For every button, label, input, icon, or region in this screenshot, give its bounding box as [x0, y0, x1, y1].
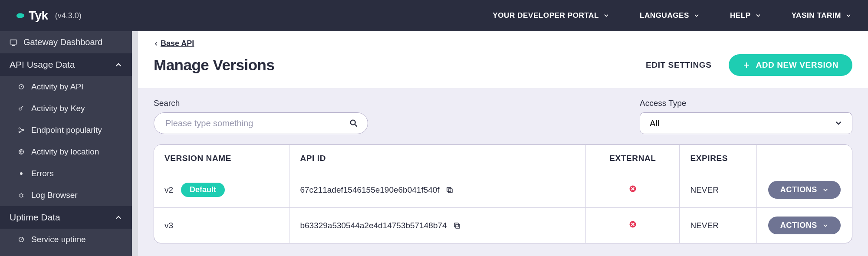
scroll-gutter[interactable] [132, 31, 138, 256]
sidebar-item-service-uptime[interactable]: Service uptime [0, 229, 132, 250]
add-new-version-label: ADD NEW VERSION [756, 60, 838, 70]
chevron-up-icon [115, 61, 122, 69]
search-label: Search [154, 98, 368, 108]
brand: Tyk (v4.3.0) [16, 9, 82, 23]
expires-value: NEVER [680, 172, 756, 208]
topnav-label: YASIN TARIM [792, 11, 841, 20]
svg-point-8 [20, 194, 23, 197]
sidebar-item-endpoint-popularity[interactable]: Endpoint popularity [0, 119, 132, 141]
sidebar-item-label: Service uptime [31, 235, 86, 244]
row-actions-label: ACTIONS [780, 185, 817, 194]
sidebar-item-label: Endpoint popularity [31, 125, 102, 135]
svg-point-3 [19, 128, 20, 129]
svg-point-7 [20, 172, 23, 175]
dot-icon [17, 170, 25, 177]
sidebar: Gateway Dashboard API Usage Data Activit… [0, 31, 132, 256]
sidebar-item-activity-api[interactable]: Activity by API [0, 76, 132, 98]
gauge-icon [17, 236, 25, 243]
sidebar-item-errors[interactable]: Errors [0, 163, 132, 184]
svg-point-5 [22, 129, 23, 131]
sidebar-item-log-browser[interactable]: Log Browser [0, 184, 132, 206]
topnav: YOUR DEVELOPER PORTAL LANGUAGES HELP YAS… [493, 11, 852, 20]
sidebar-item-label: Activity by location [31, 147, 99, 157]
page-actions: EDIT SETTINGS ADD NEW VERSION [646, 54, 852, 76]
topnav-user[interactable]: YASIN TARIM [792, 11, 852, 20]
chevron-down-icon [845, 13, 852, 19]
plus-icon [743, 61, 750, 69]
chevron-down-icon [822, 187, 829, 193]
page-title: Manage Versions [154, 56, 274, 74]
api-id-value: b63329a530544a2e4d14753b57148b74 [300, 221, 447, 230]
topnav-help[interactable]: HELP [730, 11, 761, 20]
globe-icon [17, 148, 25, 156]
svg-rect-12 [447, 187, 451, 191]
row-actions-label: ACTIONS [780, 221, 817, 230]
body-row: Gateway Dashboard API Usage Data Activit… [0, 31, 868, 256]
svg-rect-0 [10, 40, 17, 44]
sidebar-item-label: Activity by Key [31, 104, 85, 113]
table-row: v2 Default 67c211adef1546155e190e6b041f5… [154, 172, 852, 208]
brand-version: (v4.3.0) [55, 11, 82, 20]
tyk-logo-icon [16, 12, 24, 20]
search-input[interactable] [154, 112, 368, 134]
svg-rect-15 [454, 223, 458, 227]
sidebar-item-gateway-dashboard[interactable]: Gateway Dashboard [0, 31, 132, 53]
page-header-row: Manage Versions EDIT SETTINGS ADD NEW VE… [154, 54, 852, 76]
topnav-label: YOUR DEVELOPER PORTAL [493, 11, 599, 20]
breadcrumb-back[interactable]: Base API [154, 39, 194, 48]
access-type-select[interactable]: All [640, 112, 852, 134]
default-badge: Default [181, 183, 225, 197]
sidebar-item-activity-location[interactable]: Activity by location [0, 141, 132, 163]
table-header-row: VERSION NAME API ID EXTERNAL EXPIRES [154, 145, 852, 172]
th-version: VERSION NAME [154, 145, 289, 172]
expires-value: NEVER [680, 208, 756, 243]
chevron-down-icon [822, 223, 829, 229]
row-actions-button[interactable]: ACTIONS [768, 181, 841, 199]
external-false-icon [628, 220, 637, 229]
topbar: Tyk (v4.3.0) YOUR DEVELOPER PORTAL LANGU… [0, 0, 868, 31]
row-actions-button[interactable]: ACTIONS [768, 217, 841, 234]
sidebar-section-api-usage[interactable]: API Usage Data [0, 53, 132, 76]
monitor-icon [10, 39, 17, 46]
filter-access-type: Access Type All [640, 98, 852, 134]
version-name: v2 [164, 185, 173, 195]
chevron-down-icon [603, 13, 609, 19]
th-api-id: API ID [289, 145, 586, 172]
th-external: EXTERNAL [586, 145, 680, 172]
topnav-developer-portal[interactable]: YOUR DEVELOPER PORTAL [493, 11, 609, 20]
versions-table: VERSION NAME API ID EXTERNAL EXPIRES v2 … [154, 144, 852, 243]
copy-icon[interactable] [453, 222, 461, 230]
version-name: v3 [164, 221, 173, 230]
add-new-version-button[interactable]: ADD NEW VERSION [729, 54, 852, 76]
external-false-icon [628, 184, 637, 193]
bug-icon [17, 191, 25, 199]
filter-search: Search [154, 98, 368, 134]
chevron-down-icon [835, 119, 842, 127]
access-type-value: All [650, 118, 659, 128]
svg-rect-14 [456, 224, 460, 228]
svg-point-2 [19, 108, 21, 110]
topnav-label: LANGUAGES [640, 11, 689, 20]
sidebar-section-label: Uptime Data [10, 212, 60, 223]
th-actions [756, 145, 852, 172]
th-expires: EXPIRES [680, 145, 756, 172]
topnav-languages[interactable]: LANGUAGES [640, 11, 700, 20]
sidebar-item-label: Gateway Dashboard [23, 37, 102, 47]
sidebar-section-label: API Usage Data [10, 59, 75, 70]
search-icon[interactable] [349, 118, 358, 128]
main: Base API Manage Versions EDIT SETTINGS A… [138, 31, 868, 256]
svg-point-4 [19, 131, 20, 132]
chevron-down-icon [755, 13, 761, 19]
branch-icon [17, 126, 25, 134]
brand-name: Tyk [29, 9, 48, 23]
sidebar-item-activity-key[interactable]: Activity by Key [0, 98, 132, 119]
sidebar-section-uptime[interactable]: Uptime Data [0, 206, 132, 229]
chevron-up-icon [115, 213, 122, 221]
svg-rect-11 [448, 189, 452, 193]
sidebar-item-label: Activity by API [31, 82, 83, 92]
edit-settings-button[interactable]: EDIT SETTINGS [646, 60, 711, 70]
table-row: v3 b63329a530544a2e4d14753b57148b74 [154, 208, 852, 243]
copy-icon[interactable] [446, 186, 454, 194]
filters: Search Access Type All [138, 88, 868, 137]
access-type-label: Access Type [640, 98, 852, 108]
